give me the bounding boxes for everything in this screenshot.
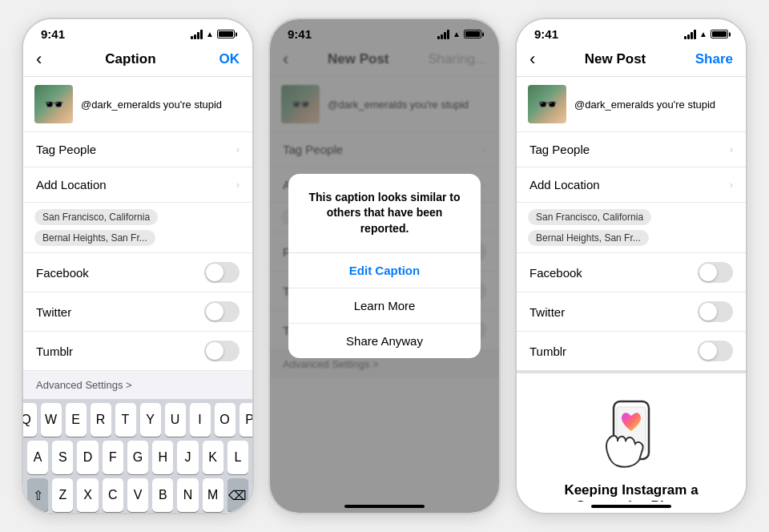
post-caption-3[interactable]: @dark_emeralds you're stupid bbox=[574, 99, 715, 111]
chevron-icon-3b: › bbox=[730, 179, 733, 191]
key-d[interactable]: D bbox=[77, 441, 98, 474]
key-g[interactable]: G bbox=[127, 441, 148, 474]
facebook-switch-3[interactable] bbox=[698, 262, 733, 283]
key-l[interactable]: L bbox=[227, 441, 248, 474]
chevron-icon-1b: › bbox=[236, 179, 240, 191]
keyboard-row-4: 123 space @ # bbox=[23, 512, 252, 514]
key-z[interactable]: Z bbox=[52, 478, 73, 512]
status-bar-3: 9:41 ▲ bbox=[517, 19, 746, 44]
key-k[interactable]: K bbox=[203, 441, 223, 474]
key-p[interactable]: P bbox=[240, 403, 255, 437]
nav-bar-1: ‹ Caption OK bbox=[23, 44, 252, 77]
phone-2: 9:41 ▲ ‹ New Post Sharing... 🕶️ @dark_em… bbox=[268, 18, 501, 514]
post-caption-1[interactable]: @dark_emeralds you're stupid bbox=[81, 99, 222, 111]
advanced-settings-1[interactable]: Advanced Settings > bbox=[23, 371, 252, 399]
twitter-label-1: Twitter bbox=[36, 305, 71, 319]
share-button-3[interactable]: Share bbox=[695, 51, 733, 67]
facebook-switch-1[interactable] bbox=[204, 262, 240, 283]
status-icons-1: ▲ bbox=[191, 30, 235, 39]
twitter-switch-1[interactable] bbox=[204, 301, 240, 322]
key-i[interactable]: I bbox=[190, 403, 211, 437]
location-tag-sf-1[interactable]: San Francisco, California bbox=[34, 209, 158, 225]
tumblr-toggle-3[interactable]: Tumblr bbox=[517, 332, 746, 370]
back-button-1[interactable]: ‹ bbox=[36, 49, 42, 70]
facebook-toggle-3[interactable]: Facebook bbox=[517, 253, 746, 292]
learn-more-button-2[interactable]: Learn More bbox=[288, 288, 481, 324]
keyboard-1[interactable]: Q W E R T Y U I O P A S D F G H J K L ⇧ … bbox=[23, 399, 252, 514]
location-tags-1: San Francisco, California Bernal Heights… bbox=[23, 203, 252, 253]
phone-3: 9:41 ▲ ‹ New Post Share 🕶️ @dark_emerald… bbox=[515, 18, 747, 514]
key-b[interactable]: B bbox=[152, 478, 173, 512]
post-preview-1: 🕶️ @dark_emeralds you're stupid bbox=[23, 77, 252, 132]
chevron-icon-1a: › bbox=[236, 143, 240, 155]
tumblr-label-1: Tumblr bbox=[36, 345, 73, 358]
key-v[interactable]: V bbox=[127, 478, 148, 512]
key-u[interactable]: U bbox=[165, 403, 186, 437]
key-shift[interactable]: ⇧ bbox=[27, 478, 48, 512]
ok-button-1[interactable]: OK bbox=[219, 51, 240, 67]
nav-title-1: Caption bbox=[105, 51, 155, 67]
wifi-icon-1: ▲ bbox=[206, 30, 214, 38]
tumblr-toggle-1[interactable]: Tumblr bbox=[23, 332, 252, 371]
keyboard-row-3: ⇧ Z X C V B N M ⌫ bbox=[23, 474, 252, 512]
share-anyway-button-2[interactable]: Share Anyway bbox=[288, 324, 481, 358]
keyboard-row-2: A S D F G H J K L bbox=[23, 437, 252, 474]
location-tags-3: San Francisco, California Bernal Heights… bbox=[517, 203, 746, 253]
key-w[interactable]: W bbox=[41, 403, 62, 437]
chevron-icon-3a: › bbox=[730, 143, 733, 155]
key-o[interactable]: O bbox=[215, 403, 236, 437]
key-h[interactable]: H bbox=[152, 441, 173, 474]
twitter-toggle-1[interactable]: Twitter bbox=[23, 292, 252, 332]
phone-1: 9:41 ▲ ‹ Caption OK 🕶️ @dark_emeralds yo… bbox=[22, 18, 254, 514]
twitter-switch-3[interactable] bbox=[698, 301, 733, 322]
tumblr-switch-1[interactable] bbox=[204, 341, 240, 361]
key-e[interactable]: E bbox=[66, 403, 87, 437]
location-tag-sf-3[interactable]: San Francisco, California bbox=[528, 209, 651, 225]
status-time-1: 9:41 bbox=[41, 27, 65, 41]
location-tag-bernal-1[interactable]: Bernal Heights, San Fr... bbox=[34, 230, 155, 246]
add-location-item-3[interactable]: Add Location › bbox=[517, 167, 746, 203]
key-f[interactable]: F bbox=[103, 441, 123, 474]
edit-caption-button-2[interactable]: Edit Caption bbox=[288, 253, 481, 288]
home-indicator-3 bbox=[591, 505, 671, 508]
heart-phone-illustration bbox=[599, 397, 663, 470]
key-m[interactable]: M bbox=[203, 478, 223, 512]
key-y[interactable]: Y bbox=[140, 403, 161, 437]
key-backspace[interactable]: ⌫ bbox=[227, 478, 248, 512]
info-screen-3: Keeping Instagram a Supportive Place We'… bbox=[517, 373, 746, 502]
nav-title-3: New Post bbox=[585, 51, 646, 67]
add-location-item-1[interactable]: Add Location › bbox=[23, 167, 252, 203]
key-c[interactable]: C bbox=[103, 478, 123, 512]
tag-people-item-3[interactable]: Tag People › bbox=[517, 132, 746, 167]
tumblr-switch-3[interactable] bbox=[698, 341, 733, 361]
twitter-toggle-3[interactable]: Twitter bbox=[517, 292, 746, 332]
facebook-toggle-1[interactable]: Facebook bbox=[23, 253, 252, 292]
key-j[interactable]: J bbox=[177, 441, 198, 474]
battery-icon-1 bbox=[217, 30, 235, 38]
back-button-3[interactable]: ‹ bbox=[529, 49, 535, 70]
tag-people-item-1[interactable]: Tag People › bbox=[23, 132, 252, 167]
signal-icon-3 bbox=[684, 30, 696, 39]
tag-people-label-1: Tag People bbox=[36, 143, 96, 156]
post-thumbnail-3: 🕶️ bbox=[528, 85, 566, 123]
add-location-label-1: Add Location bbox=[36, 178, 107, 191]
key-s[interactable]: S bbox=[52, 441, 73, 474]
facebook-label-1: Facebook bbox=[36, 266, 89, 280]
post-preview-3: 🕶️ @dark_emeralds you're stupid bbox=[517, 77, 746, 132]
keyboard-row-1: Q W E R T Y U I O P bbox=[23, 399, 252, 437]
key-t[interactable]: T bbox=[115, 403, 136, 437]
modal-box-2: This caption looks similar to others tha… bbox=[288, 174, 481, 359]
key-n[interactable]: N bbox=[177, 478, 198, 512]
signal-icon-1 bbox=[191, 30, 203, 39]
key-x[interactable]: X bbox=[77, 478, 98, 512]
status-time-3: 9:41 bbox=[534, 27, 558, 41]
status-icons-3: ▲ bbox=[684, 30, 728, 39]
nav-bar-3: ‹ New Post Share bbox=[517, 44, 746, 77]
key-r[interactable]: R bbox=[91, 403, 111, 437]
location-tag-bernal-3[interactable]: Bernal Heights, San Fr... bbox=[528, 230, 649, 246]
status-bar-1: 9:41 ▲ bbox=[23, 19, 252, 44]
battery-icon-3 bbox=[711, 30, 728, 38]
key-q[interactable]: Q bbox=[22, 403, 37, 437]
key-a[interactable]: A bbox=[27, 441, 48, 474]
modal-overlay-2: This caption looks similar to others tha… bbox=[270, 19, 499, 513]
